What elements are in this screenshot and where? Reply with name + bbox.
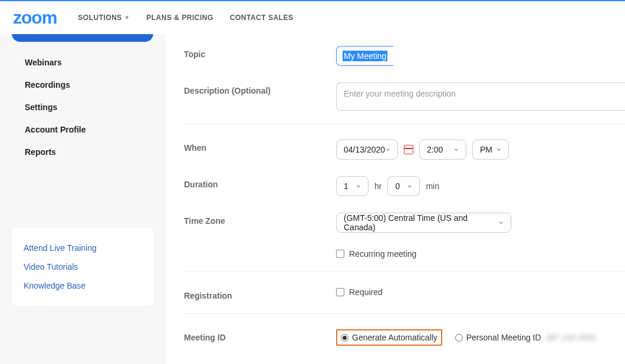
help-card: Attend Live Training Video Tutorials Kno…	[12, 228, 153, 306]
generate-auto-radio[interactable]: Generate Automatically	[341, 333, 438, 342]
help-knowledge-base[interactable]: Knowledge Base	[24, 276, 142, 295]
required-label: Required	[349, 287, 383, 297]
label-description: Description (Optional)	[184, 82, 336, 95]
sidebar-item-recordings[interactable]: Recordings	[12, 74, 153, 96]
zoom-logo[interactable]: zoom	[13, 8, 57, 28]
min-unit: min	[426, 181, 439, 191]
radio-on-icon	[341, 334, 348, 342]
duration-hr-select[interactable]: 1	[336, 176, 369, 196]
personal-meeting-id-radio[interactable]: Personal Meeting ID 387 133 4600	[455, 333, 596, 342]
recurring-checkbox[interactable]: Recurring meeting	[336, 249, 416, 259]
generate-auto-label: Generate Automatically	[352, 333, 438, 342]
time-select[interactable]: 2:00	[419, 140, 466, 160]
sidebar-item-webinars[interactable]: Webinars	[12, 51, 153, 74]
timezone-select[interactable]: (GMT-5:00) Central Time (US and Canada)	[336, 213, 511, 233]
ampm-select[interactable]: PM	[472, 140, 509, 160]
nav-contact[interactable]: CONTACT SALES	[230, 14, 294, 22]
hr-unit: hr	[374, 181, 381, 191]
main-panel: My Meetings Schedule a Meeting Schedule …	[165, 1, 625, 364]
checkbox-icon	[336, 250, 344, 258]
label-timezone: Time Zone	[184, 213, 336, 226]
topic-input[interactable]: My Meeting	[336, 46, 393, 66]
help-live-training[interactable]: Attend Live Training	[24, 239, 142, 257]
topic-value: My Meeting	[343, 51, 387, 61]
recurring-label: Recurring meeting	[349, 249, 416, 259]
date-input[interactable]: 04/13/2020	[336, 140, 398, 160]
checkbox-icon	[336, 288, 344, 296]
description-input[interactable]: Enter your meeting description	[336, 82, 625, 111]
calendar-icon[interactable]	[404, 145, 413, 154]
nav-plans[interactable]: PLANS & PRICING	[146, 14, 213, 22]
pmi-number: 387 133 4600	[546, 333, 597, 342]
sidebar-item-reports[interactable]: Reports	[12, 141, 153, 163]
label-meetingid: Meeting ID	[184, 329, 336, 342]
help-video-tutorials[interactable]: Video Tutorials	[24, 257, 142, 276]
label-topic: Topic	[184, 46, 336, 59]
pmi-label: Personal Meeting ID	[466, 333, 541, 342]
duration-min-select[interactable]: 0	[387, 176, 420, 196]
label-duration: Duration	[184, 176, 336, 189]
top-nav: SOLUTIONS▼ PLANS & PRICING CONTACT SALES	[78, 14, 293, 22]
label-registration: Registration	[184, 287, 336, 300]
required-checkbox[interactable]: Required	[336, 287, 383, 297]
sidebar-item-settings[interactable]: Settings	[12, 96, 153, 118]
sidebar-item-account-profile[interactable]: Account Profile	[12, 118, 153, 141]
nav-solutions[interactable]: SOLUTIONS▼	[78, 14, 130, 22]
caret-down-icon: ▼	[124, 15, 130, 21]
sidebar: Profile Webinars Recordings Settings Acc…	[0, 1, 165, 364]
radio-off-icon	[455, 334, 463, 342]
top-bar: zoom SOLUTIONS▼ PLANS & PRICING CONTACT …	[0, 1, 625, 34]
label-when: When	[184, 140, 336, 153]
